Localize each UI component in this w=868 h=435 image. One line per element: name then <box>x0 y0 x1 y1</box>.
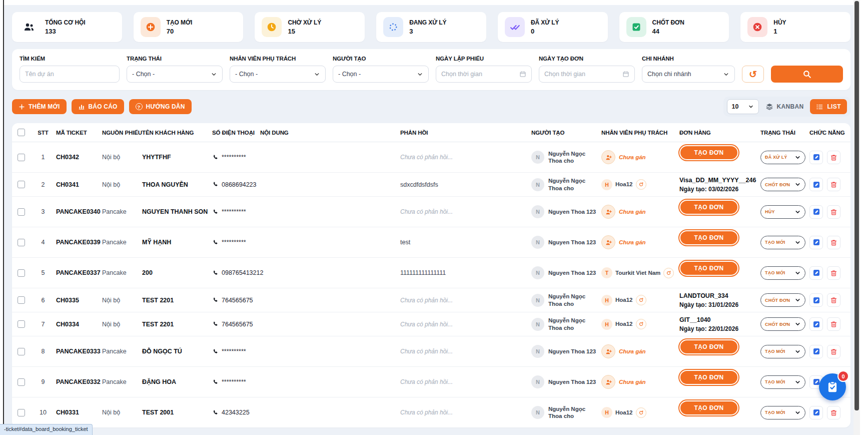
chevron-down-icon <box>794 270 801 276</box>
row-checkbox[interactable] <box>18 348 25 355</box>
status-select[interactable]: CHỐT ĐƠN <box>760 317 805 331</box>
list-view-button[interactable]: LIST <box>810 99 847 114</box>
status-select[interactable]: TẠO MỚI <box>760 266 805 280</box>
row-checkbox[interactable] <box>18 320 25 328</box>
status-select[interactable]: TẠO MỚI <box>760 236 805 249</box>
assignee-filter-select[interactable]: - Chọn - <box>230 66 326 83</box>
create-order-button[interactable]: TẠO ĐƠN <box>679 200 738 215</box>
edit-button[interactable] <box>809 406 823 419</box>
delete-button[interactable] <box>827 406 840 419</box>
ticket-code[interactable]: CH0331 <box>56 409 102 416</box>
chevron-down-icon <box>417 71 423 78</box>
undo-icon: ↺ <box>749 69 757 80</box>
users-icon <box>19 17 39 37</box>
edit-button[interactable] <box>809 317 823 331</box>
assign-staff-control[interactable]: Chưa gán <box>601 150 646 164</box>
feedback-text: Chưa có phản hồi... <box>400 154 531 161</box>
delete-button[interactable] <box>827 205 840 219</box>
row-checkbox[interactable] <box>18 296 25 304</box>
ticket-code[interactable]: PANCAKE0340 <box>56 208 102 215</box>
ticket-code[interactable]: PANCAKE0337 <box>56 269 102 276</box>
delete-button[interactable] <box>827 345 840 358</box>
customer-name: ĐẶNG HOA <box>142 378 212 385</box>
creator-filter-select[interactable]: - Chọn - <box>333 66 429 83</box>
edit-button[interactable] <box>809 205 823 219</box>
page-size-select[interactable]: 10 <box>727 99 759 114</box>
scrollbar-thumb[interactable] <box>854 1 859 410</box>
edit-button[interactable] <box>809 293 823 307</box>
status-select[interactable]: TẠO MỚI <box>760 406 805 419</box>
create-order-button[interactable]: TẠO ĐƠN <box>679 400 738 415</box>
row-checkbox[interactable] <box>18 409 25 416</box>
row-checkbox[interactable] <box>18 239 25 246</box>
status-select[interactable]: HỦY <box>760 205 805 219</box>
orders-floating-button[interactable]: 0 <box>819 373 846 400</box>
branch-filter-select[interactable]: Chọn chi nhánh <box>642 66 735 83</box>
order-date-input[interactable]: Chọn thời gian <box>539 66 635 83</box>
kanban-view-button[interactable]: KANBAN <box>765 103 804 111</box>
create-order-button[interactable]: TẠO ĐƠN <box>679 370 738 385</box>
sync-assignee-button[interactable] <box>636 407 646 418</box>
user-plus-icon <box>601 150 615 164</box>
create-order-button[interactable]: TẠO ĐƠN <box>679 261 738 276</box>
row-checkbox[interactable] <box>18 378 25 386</box>
edit-button[interactable] <box>809 345 823 358</box>
row-checkbox[interactable] <box>18 181 25 188</box>
create-order-button[interactable]: TẠO ĐƠN <box>679 145 738 160</box>
ticket-code[interactable]: PANCAKE0339 <box>56 239 102 246</box>
sync-assignee-button[interactable] <box>663 268 674 278</box>
edit-button[interactable] <box>809 151 823 164</box>
row-checkbox[interactable] <box>18 208 25 216</box>
creator-filter-label: NGƯỜI TẠO <box>333 56 429 62</box>
edit-button[interactable] <box>809 236 823 249</box>
sync-assignee-button[interactable] <box>636 179 646 190</box>
delete-button[interactable] <box>827 317 840 331</box>
assign-staff-control[interactable]: Chưa gán <box>601 375 646 389</box>
assign-staff-control[interactable]: Chưa gán <box>601 344 646 358</box>
edit-button[interactable] <box>809 266 823 280</box>
assignee-name: Tourkit Viet Nam <box>615 269 660 276</box>
row-checkbox[interactable] <box>18 154 25 161</box>
select-all-checkbox[interactable] <box>18 129 25 136</box>
vertical-scrollbar[interactable] <box>853 0 860 435</box>
ticket-code[interactable]: CH0342 <box>56 154 102 161</box>
ticket-code[interactable]: CH0341 <box>56 181 102 188</box>
created-date-input[interactable]: Chọn thời gian <box>436 66 532 83</box>
status-select[interactable]: CHỐT ĐƠN <box>760 293 805 307</box>
assign-staff-control[interactable]: Chưa gán <box>601 205 646 219</box>
chevron-down-icon <box>794 181 801 188</box>
feedback-text: Chưa có phản hồi... <box>400 208 531 215</box>
add-new-button[interactable]: THÊM MỚI <box>12 99 67 114</box>
sync-assignee-button[interactable] <box>636 319 646 329</box>
report-button[interactable]: BÁO CÁO <box>72 99 124 114</box>
col-header-source: NGUỒN PHIẾU <box>102 130 142 136</box>
guide-button[interactable]: ?HƯỚNG DẪN <box>129 99 192 114</box>
stat-label: CHỐT ĐƠN <box>652 19 684 26</box>
status-select[interactable]: CHỐT ĐƠN <box>760 178 805 191</box>
delete-button[interactable] <box>827 266 840 280</box>
sync-assignee-button[interactable] <box>636 295 646 305</box>
delete-button[interactable] <box>827 178 840 191</box>
status-select[interactable]: ĐÃ XỬ LÝ <box>760 151 805 164</box>
status-filter-select[interactable]: - Chọn - <box>127 66 223 83</box>
create-order-button[interactable]: TẠO ĐƠN <box>679 339 738 354</box>
creator-name: Nguyen Thoa 123 <box>548 348 596 355</box>
phone-icon <box>212 270 219 276</box>
create-order-button[interactable]: TẠO ĐƠN <box>679 230 738 245</box>
status-select[interactable]: TẠO MỚI <box>760 375 805 389</box>
delete-button[interactable] <box>827 293 840 307</box>
reset-filters-button[interactable]: ↺ <box>742 66 764 83</box>
delete-button[interactable] <box>827 236 840 249</box>
edit-button[interactable] <box>809 178 823 191</box>
x-circle-icon <box>747 17 767 37</box>
delete-button[interactable] <box>827 151 840 164</box>
assign-staff-control[interactable]: Chưa gán <box>601 235 646 249</box>
search-button[interactable] <box>771 66 843 83</box>
search-input[interactable] <box>25 71 114 78</box>
row-checkbox[interactable] <box>18 269 25 277</box>
ticket-code[interactable]: CH0334 <box>56 321 102 328</box>
ticket-code[interactable]: CH0335 <box>56 297 102 304</box>
status-select[interactable]: TẠO MỚI <box>760 345 805 358</box>
ticket-code[interactable]: PANCAKE0333 <box>56 348 102 355</box>
ticket-code[interactable]: PANCAKE0332 <box>56 378 102 385</box>
